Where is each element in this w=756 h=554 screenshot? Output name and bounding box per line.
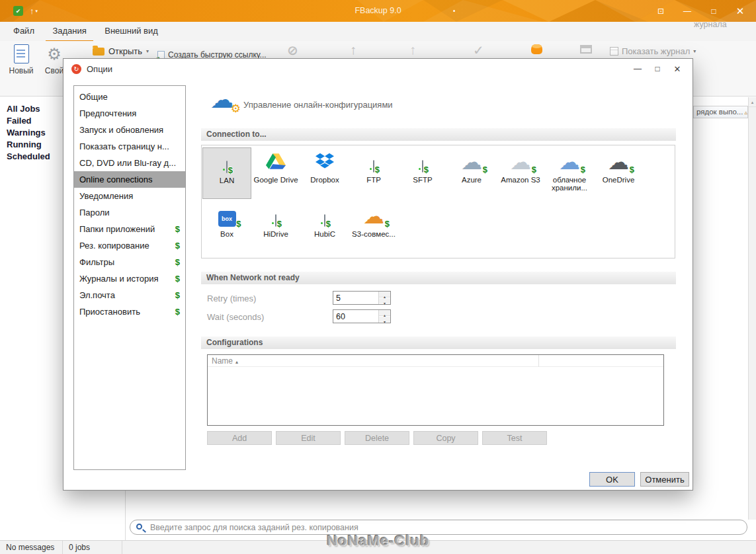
retry-times-input[interactable]	[333, 292, 378, 304]
open-button[interactable]: Открыть ▾	[93, 46, 149, 56]
restore-up-icon: ↑	[350, 42, 357, 58]
connection-label: FTP	[349, 174, 398, 184]
show-log-partial-label: журнала	[694, 20, 727, 29]
new-job-label: Новый	[5, 66, 37, 75]
azure-cloud-icon	[461, 151, 482, 173]
app-window: ✔ ↑▾ FBackup 9.0 ⊡ — □ ✕ Файл Задания Вн…	[0, 0, 756, 554]
quick-access-toolbar: ✔ ↑▾	[13, 0, 38, 22]
test-check-icon: ✓	[473, 42, 484, 58]
connection-azure[interactable]: $ Azure	[447, 147, 496, 199]
tab-file[interactable]: Файл	[7, 22, 41, 41]
connection-hubic[interactable]: $ HubiC	[300, 202, 349, 253]
nav-label: Запуск и обновления	[79, 125, 180, 135]
options-nav-list: Общие Предпочтения Запуск и обновления П…	[73, 85, 186, 470]
dollar-icon: $	[228, 165, 233, 175]
nav-label: Уведомления	[79, 191, 180, 201]
minimize-icon[interactable]: —	[674, 0, 700, 22]
quick-backup-icon[interactable]: ↑▾	[30, 6, 38, 16]
edit-button[interactable]: Edit	[276, 431, 341, 445]
spinner-buttons	[378, 310, 390, 323]
options-dialog: ↻ Опции — □ ✕ Общие Предпочтения Запуск …	[63, 58, 693, 491]
nav-filters[interactable]: Фильтры$	[74, 254, 185, 270]
new-document-icon	[14, 44, 29, 63]
new-job-button[interactable]: Новый	[5, 44, 37, 75]
add-button[interactable]: Add	[207, 431, 272, 445]
wait-seconds-label: Wait (seconds)	[207, 312, 264, 322]
vertical-scrollbar[interactable]: ▴	[748, 97, 756, 520]
nav-email[interactable]: Эл.почта$	[74, 287, 185, 303]
connection-label: облачное хранили...	[545, 174, 594, 192]
dollar-icon: $	[581, 165, 585, 175]
spin-up-icon[interactable]	[379, 292, 390, 297]
nav-show-page[interactable]: Показать страницу н...	[74, 138, 185, 155]
spin-down-icon[interactable]	[379, 316, 390, 322]
connection-sftp[interactable]: $ SFTP	[398, 147, 447, 199]
nav-cd-dvd-bluray[interactable]: CD, DVD или Blu-ray д...	[74, 155, 185, 171]
backup-cylinder-icon[interactable]	[531, 44, 542, 54]
connection-lan[interactable]: $ LAN	[202, 147, 251, 199]
nav-passwords[interactable]: Пароли	[74, 204, 185, 221]
watermark-text: NoNaMe-Club	[327, 532, 429, 549]
tab-appearance[interactable]: Внешний вид	[98, 22, 165, 41]
wait-seconds-input[interactable]	[333, 310, 378, 323]
nav-label: Приостановить	[79, 307, 175, 317]
connection-row-2: $ Box $ HiDrive $ HubiC $ S3-совмес...	[202, 202, 398, 253]
connection-label: Box	[202, 228, 251, 238]
test-button[interactable]: Test	[482, 431, 547, 445]
nav-notifications[interactable]: Уведомления	[74, 188, 185, 204]
dollar-icon: $	[630, 165, 634, 175]
nav-label: Общие	[79, 92, 180, 102]
nav-backup[interactable]: Рез. копирование$	[74, 237, 185, 254]
nav-pause[interactable]: Приостановить$	[74, 303, 185, 320]
tab-jobs[interactable]: Задания	[46, 23, 93, 42]
column-name-label: Name	[212, 356, 233, 366]
connection-dropbox[interactable]: Dropbox	[300, 147, 349, 199]
nav-logs-history[interactable]: Журналы и история$	[74, 270, 185, 287]
spin-down-icon[interactable]	[379, 297, 390, 303]
column-header-execution-order[interactable]: рядок выпо...▵	[693, 106, 748, 118]
fbackup-app-icon[interactable]: ✔	[13, 6, 23, 16]
connection-amazon-s3[interactable]: $ Amazon S3	[496, 147, 545, 199]
nav-startup-updates[interactable]: Запуск и обновления	[74, 122, 185, 138]
scroll-up-icon[interactable]: ▴	[749, 97, 756, 107]
connection-google-drive[interactable]: Google Drive	[251, 147, 300, 199]
column-header-label: рядок выпо...	[696, 108, 743, 116]
log-file-icon	[610, 47, 618, 56]
chevron-down-icon: ▾	[146, 48, 149, 54]
maximize-icon[interactable]: □	[700, 0, 727, 22]
copy-button[interactable]: Copy	[413, 431, 478, 445]
nav-online-connections[interactable]: Online connections	[74, 171, 185, 188]
connection-ftp[interactable]: $ FTP	[349, 147, 398, 199]
fit-window-icon[interactable]: ⊡	[648, 0, 674, 22]
cancel-button[interactable]: Отменить	[640, 472, 689, 487]
connection-label: Dropbox	[300, 174, 349, 184]
connection-label: LAN	[203, 175, 251, 184]
ok-button[interactable]: OK	[589, 472, 635, 487]
nav-preferences[interactable]: Предпочтения	[74, 105, 185, 122]
options-dialog-icon: ↻	[71, 64, 81, 74]
dollar-icon: $	[375, 165, 380, 175]
chevron-down-icon[interactable]: ▾	[36, 9, 38, 14]
close-icon[interactable]: ✕	[727, 0, 753, 22]
spin-up-icon[interactable]	[379, 310, 390, 316]
configurations-table-header[interactable]: Name▴	[208, 355, 663, 367]
connection-onedrive[interactable]: $ OneDrive	[594, 147, 643, 199]
search-input[interactable]	[149, 521, 737, 534]
configurations-table[interactable]: Name▴	[207, 354, 664, 426]
titlebar-dot	[453, 10, 455, 12]
connection-box[interactable]: $ Box	[202, 202, 251, 253]
column-divider[interactable]	[538, 355, 539, 367]
connection-cloud-storage[interactable]: $ облачное хранили...	[545, 147, 594, 199]
nav-general[interactable]: Общие	[74, 89, 185, 105]
nav-label: Рез. копирование	[79, 241, 175, 251]
nav-label: Предпочтения	[79, 108, 180, 118]
delete-button[interactable]: Delete	[345, 431, 409, 445]
onedrive-cloud-icon	[608, 151, 629, 173]
connection-hidrive[interactable]: $ HiDrive	[251, 202, 300, 253]
connection-row-1: $ LAN Google Drive Dropbox $ FTP	[202, 147, 643, 199]
dollar-icon: $	[532, 165, 536, 175]
connection-s3-compatible[interactable]: $ S3-совмес...	[349, 202, 398, 253]
nav-app-folders[interactable]: Папки приложений$	[74, 221, 185, 237]
show-log-button[interactable]: Показать журнал ▾	[610, 46, 696, 56]
box-icon	[218, 211, 236, 227]
